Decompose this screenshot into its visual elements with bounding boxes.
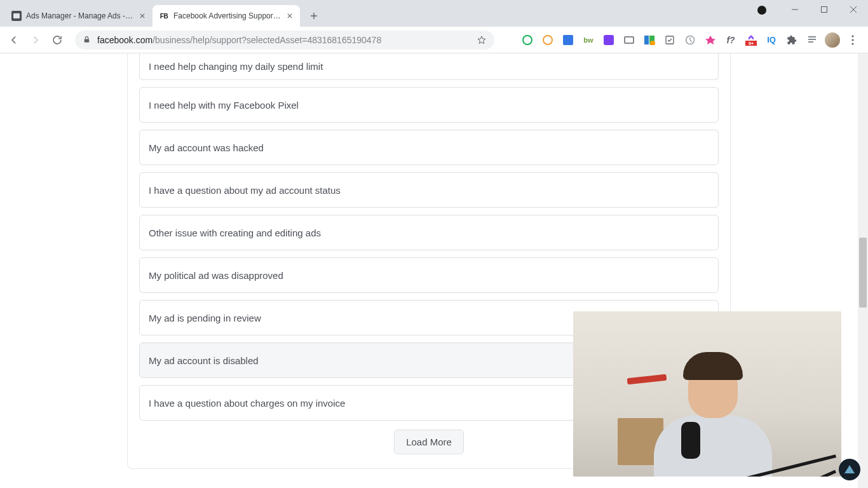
extension-icon[interactable] bbox=[641, 31, 658, 49]
svg-point-16 bbox=[851, 43, 853, 44]
issue-option[interactable]: My political ad was disapproved bbox=[139, 257, 719, 293]
extensions-menu-icon[interactable] bbox=[783, 31, 801, 49]
issue-label: My political ad was disapproved bbox=[149, 270, 283, 281]
bookmark-star-icon[interactable] bbox=[477, 35, 487, 45]
svg-rect-4 bbox=[563, 35, 573, 45]
issue-label: I need help changing my daily spend limi… bbox=[149, 61, 323, 72]
issue-option[interactable]: I have a question about my ad account st… bbox=[139, 172, 719, 208]
webcam-overlay bbox=[573, 311, 841, 477]
url-path: /business/help/support?selectedAsset=483… bbox=[153, 35, 381, 45]
tab-title: Ads Manager - Manage Ads - Ca bbox=[26, 11, 133, 20]
extension-icon[interactable]: 9+ bbox=[742, 31, 760, 49]
close-button[interactable] bbox=[839, 0, 868, 19]
profile-avatar[interactable] bbox=[824, 31, 841, 49]
issue-label: I need help with my Facebook Pixel bbox=[149, 100, 299, 111]
svg-rect-3 bbox=[85, 39, 90, 42]
issue-label: I have a question about my ad account st… bbox=[149, 185, 341, 196]
scroll-thumb[interactable] bbox=[859, 238, 867, 308]
extension-icon[interactable] bbox=[539, 31, 557, 49]
tab-fb-support[interactable]: FB Facebook Advertising Support | F bbox=[153, 5, 300, 27]
load-more-button[interactable]: Load More bbox=[394, 430, 464, 454]
extension-icon[interactable] bbox=[702, 31, 719, 49]
issue-option[interactable]: My ad account was hacked bbox=[139, 130, 719, 165]
extension-icon[interactable] bbox=[519, 31, 536, 49]
extension-icon[interactable]: bw bbox=[580, 31, 597, 49]
issue-label: Other issue with creating and editing ad… bbox=[149, 227, 321, 238]
issue-option[interactable]: I need help with my Facebook Pixel bbox=[139, 87, 719, 123]
reading-list-icon[interactable] bbox=[803, 31, 821, 49]
issue-label: My ad account was hacked bbox=[149, 142, 264, 153]
svg-rect-5 bbox=[604, 35, 614, 45]
forward-button[interactable] bbox=[25, 30, 46, 50]
close-icon[interactable] bbox=[137, 11, 147, 21]
svg-rect-7 bbox=[644, 36, 649, 44]
svg-rect-6 bbox=[625, 37, 634, 43]
svg-point-15 bbox=[851, 39, 853, 41]
chrome-menu-icon[interactable] bbox=[844, 31, 862, 49]
reload-button[interactable] bbox=[47, 30, 67, 50]
issue-label: My ad account is disabled bbox=[149, 355, 259, 366]
site-favicon bbox=[11, 11, 22, 21]
svg-rect-2 bbox=[822, 7, 827, 13]
extensions-row: bw f? 9+ IQ bbox=[519, 31, 864, 49]
extension-icon[interactable]: f? bbox=[722, 31, 740, 49]
url-host: facebook.com bbox=[97, 35, 153, 45]
svg-text:9+: 9+ bbox=[749, 41, 754, 46]
brand-badge-icon bbox=[839, 459, 860, 480]
url-text: facebook.com/business/help/support?selec… bbox=[97, 35, 381, 45]
extension-icon[interactable] bbox=[559, 31, 577, 49]
extension-icon[interactable] bbox=[600, 31, 618, 49]
window-controls bbox=[780, 0, 868, 19]
site-favicon: FB bbox=[159, 11, 169, 21]
tab-title: Facebook Advertising Support | F bbox=[173, 11, 281, 20]
svg-rect-1 bbox=[13, 13, 20, 18]
extension-icon[interactable] bbox=[661, 31, 679, 49]
titlebar: Ads Manager - Manage Ads - Ca FB Faceboo… bbox=[0, 0, 868, 27]
issue-option[interactable]: Other issue with creating and editing ad… bbox=[139, 215, 719, 250]
issue-option[interactable]: I need help changing my daily spend limi… bbox=[139, 53, 719, 80]
address-bar[interactable]: facebook.com/business/help/support?selec… bbox=[75, 30, 494, 50]
tab-ads-manager[interactable]: Ads Manager - Manage Ads - Ca bbox=[5, 5, 153, 27]
tabs-row: Ads Manager - Manage Ads - Ca FB Faceboo… bbox=[5, 5, 323, 27]
browser-chrome: Ads Manager - Manage Ads - Ca FB Faceboo… bbox=[0, 0, 868, 53]
issue-label: I have a question about charges on my in… bbox=[149, 398, 345, 409]
back-button[interactable] bbox=[4, 30, 24, 50]
svg-rect-10 bbox=[666, 36, 674, 44]
lock-icon bbox=[83, 36, 91, 44]
page-scrollbar[interactable] bbox=[858, 53, 868, 488]
presence-indicator-icon bbox=[757, 6, 766, 15]
close-icon[interactable] bbox=[285, 11, 295, 21]
page-viewport: I need help changing my daily spend limi… bbox=[0, 53, 868, 488]
browser-toolbar: facebook.com/business/help/support?selec… bbox=[0, 27, 868, 53]
extension-icon[interactable] bbox=[681, 31, 699, 49]
issue-label: My ad is pending in review bbox=[149, 313, 261, 323]
extension-icon[interactable]: IQ bbox=[763, 31, 780, 49]
minimize-button[interactable] bbox=[780, 0, 810, 19]
extension-icon[interactable] bbox=[620, 31, 638, 49]
new-tab-button[interactable] bbox=[305, 7, 323, 25]
svg-point-14 bbox=[851, 35, 853, 37]
maximize-button[interactable] bbox=[810, 0, 839, 19]
